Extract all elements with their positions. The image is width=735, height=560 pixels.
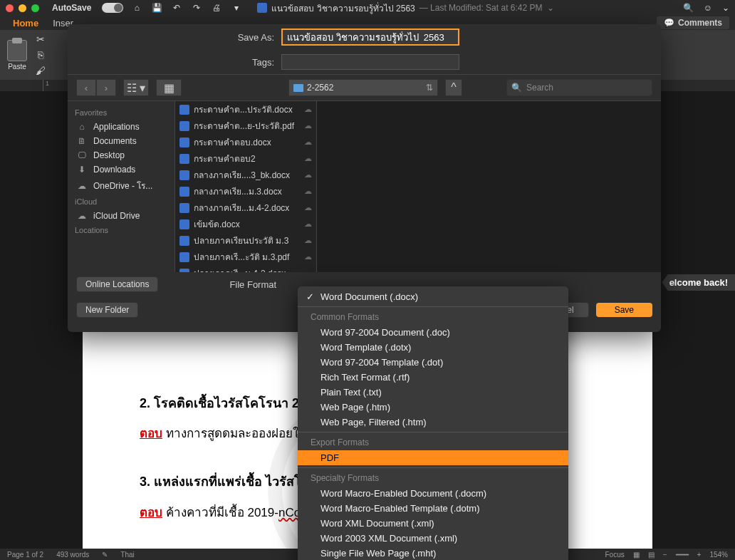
mac-menubar: AutoSave ⌂ 💾 ↶ ↷ 🖨 ▾ แนวข้อสอบ วิชาความร… bbox=[0, 0, 735, 16]
back-button[interactable]: ‹ bbox=[76, 79, 96, 96]
online-locations-button[interactable]: Online Locations bbox=[76, 276, 158, 292]
file-row[interactable]: กระดาษคำต...ประวัติ.docx☁ bbox=[175, 101, 316, 118]
zoom-window[interactable] bbox=[31, 4, 39, 12]
cloud-icon: ☁ bbox=[304, 236, 312, 245]
new-folder-button[interactable]: New Folder bbox=[76, 302, 138, 318]
redo-icon[interactable]: ↷ bbox=[190, 3, 203, 13]
save-button[interactable]: Save bbox=[596, 303, 652, 317]
undo-icon[interactable]: ↶ bbox=[170, 3, 183, 13]
sidebar-documents[interactable]: 🗎Documents bbox=[68, 134, 174, 148]
format-option[interactable]: Word Template (.dotx) bbox=[298, 340, 568, 355]
welcome-back-ribbon[interactable]: elcome back! bbox=[662, 274, 735, 291]
tab-home[interactable]: Home bbox=[6, 18, 46, 28]
chevron-icon[interactable]: ⌄ bbox=[722, 3, 729, 13]
sidebar-downloads[interactable]: ⬇Downloads bbox=[68, 162, 174, 177]
file-row[interactable]: กระดาษคำต...ย-ประวัติ.pdf☁ bbox=[175, 118, 316, 134]
onedrive-icon: ☁ bbox=[76, 181, 88, 191]
file-row[interactable]: กลางภาคเรีย...ม.3.docx☁ bbox=[175, 183, 316, 199]
folder-icon bbox=[293, 84, 303, 92]
format-option[interactable]: Web Page, Filtered (.htm) bbox=[298, 415, 568, 430]
format-option[interactable]: Word 97-2004 Template (.dot) bbox=[298, 355, 568, 370]
export-formats-header: Export Formats bbox=[298, 435, 568, 450]
file-list-column[interactable]: กระดาษคำต...ประวัติ.docx☁กระดาษคำต...ย-ป… bbox=[174, 101, 317, 272]
search-icon[interactable]: 🔍 bbox=[683, 3, 694, 13]
comments-button[interactable]: 💬 Comments bbox=[657, 16, 729, 29]
file-icon bbox=[179, 236, 189, 246]
file-row[interactable]: กลางภาคเรีย....3_bk.docx☁ bbox=[175, 167, 316, 183]
format-painter-icon[interactable]: 🖌 bbox=[34, 64, 47, 77]
file-row[interactable]: ปลายภาคเรี...ะวัติ ม.3.pdf☁ bbox=[175, 249, 316, 265]
zoom-in-icon[interactable]: + bbox=[697, 551, 702, 559]
save-as-filename-input[interactable] bbox=[281, 28, 459, 46]
page-indicator[interactable]: Page 1 of 2 bbox=[7, 551, 43, 559]
word-doc-icon bbox=[257, 3, 267, 13]
spellcheck-icon[interactable]: ✎ bbox=[102, 551, 108, 559]
modified-text: — Last Modified: Sat at 6:42 PM bbox=[419, 3, 543, 13]
file-icon bbox=[179, 252, 189, 262]
customize-icon[interactable]: ▾ bbox=[230, 3, 243, 13]
view-print-icon[interactable]: ▦ bbox=[633, 551, 640, 559]
language-indicator[interactable]: Thai bbox=[120, 551, 134, 559]
format-option[interactable]: Word 97-2004 Document (.doc) bbox=[298, 325, 568, 340]
search-icon: 🔍 bbox=[511, 83, 522, 93]
format-option[interactable]: Web Page (.htm) bbox=[298, 400, 568, 415]
sidebar-onedrive[interactable]: ☁OneDrive - โร... bbox=[68, 177, 174, 195]
view-mode-button[interactable]: ☷ ▾ bbox=[123, 79, 149, 96]
file-row[interactable]: กลางภาคเรีย...ม.4-2.docx☁ bbox=[175, 199, 316, 216]
save-icon[interactable]: 💾 bbox=[150, 3, 163, 13]
group-button[interactable]: ▦ bbox=[156, 79, 182, 96]
paste-button[interactable]: Paste bbox=[7, 40, 27, 71]
word-count[interactable]: 493 words bbox=[56, 551, 89, 559]
focus-mode[interactable]: Focus bbox=[605, 551, 625, 559]
format-option[interactable]: Rich Text Format (.rtf) bbox=[298, 370, 568, 385]
tags-input[interactable] bbox=[281, 54, 459, 70]
sidebar-applications[interactable]: ⌂Applications bbox=[68, 120, 174, 134]
format-option-docx[interactable]: Word Document (.docx) bbox=[298, 289, 568, 304]
minimize-window[interactable] bbox=[19, 4, 26, 12]
file-icon bbox=[179, 121, 189, 131]
zoom-out-icon[interactable]: − bbox=[663, 551, 667, 559]
sidebar-icloud-drive[interactable]: ☁iCloud Drive bbox=[68, 209, 174, 223]
file-row[interactable]: กระดาษคำตอบ2☁ bbox=[175, 150, 316, 167]
file-row[interactable]: ปลายภาคเรียนประวัติ ม.3☁ bbox=[175, 232, 316, 249]
autosave-toggle[interactable] bbox=[102, 3, 123, 13]
format-option-pdf[interactable]: PDF bbox=[298, 450, 568, 465]
format-option[interactable]: Word Macro-Enabled Document (.docm) bbox=[298, 486, 568, 501]
favorites-section: Favorites bbox=[68, 105, 174, 120]
file-icon bbox=[179, 219, 189, 229]
chevron-updown-icon: ⇅ bbox=[426, 83, 433, 93]
file-row[interactable]: ปลายภาคเรี...ม.4-2.docx☁ bbox=[175, 265, 316, 272]
window-controls[interactable] bbox=[6, 4, 39, 12]
format-option[interactable]: Word XML Document (.xml) bbox=[298, 516, 568, 531]
desktop-icon: 🖵 bbox=[76, 150, 88, 160]
format-option[interactable]: Single File Web Page (.mht) bbox=[298, 546, 568, 560]
forward-button[interactable]: › bbox=[96, 79, 116, 96]
cloud-icon: ☁ bbox=[304, 138, 312, 147]
collapse-button[interactable]: ^ bbox=[445, 79, 462, 96]
user-icon[interactable]: ☺ bbox=[704, 3, 712, 13]
comment-icon: 💬 bbox=[664, 18, 674, 28]
finder-search[interactable]: 🔍 Search bbox=[506, 79, 652, 96]
cut-icon[interactable]: ✂ bbox=[34, 33, 47, 46]
copy-icon[interactable]: ⎘ bbox=[34, 48, 47, 61]
file-row[interactable]: กระดาษคำตอบ.docx☁ bbox=[175, 134, 316, 150]
format-option[interactable]: Word 2003 XML Document (.xml) bbox=[298, 531, 568, 546]
view-web-icon[interactable]: ▤ bbox=[648, 551, 655, 559]
clipboard-icon bbox=[7, 40, 27, 61]
file-row[interactable]: เข้มข้ด.docx☁ bbox=[175, 216, 316, 232]
title-chevron-icon[interactable]: ⌄ bbox=[547, 3, 554, 13]
folder-path-selector[interactable]: 2-2562 ⇅ bbox=[288, 79, 438, 96]
zoom-slider[interactable]: ━━━ bbox=[676, 551, 689, 559]
format-option[interactable]: Word Macro-Enabled Template (.dotm) bbox=[298, 501, 568, 516]
file-format-dropdown[interactable]: Word Document (.docx) Common Formats Wor… bbox=[298, 286, 568, 560]
zoom-level[interactable]: 154% bbox=[709, 551, 728, 559]
document-title-area: แนวข้อสอบ วิชาความรอบรู้ทั่วไป 2563 — La… bbox=[257, 1, 553, 15]
sidebar-desktop[interactable]: 🖵Desktop bbox=[68, 148, 174, 162]
format-option[interactable]: Plain Text (.txt) bbox=[298, 385, 568, 400]
finder-sidebar: Favorites ⌂Applications 🗎Documents 🖵Desk… bbox=[68, 101, 174, 272]
specialty-formats-header: Specialty Formats bbox=[298, 470, 568, 486]
close-window[interactable] bbox=[6, 4, 14, 12]
home-icon[interactable]: ⌂ bbox=[130, 3, 143, 13]
print-icon[interactable]: 🖨 bbox=[210, 3, 223, 13]
cloud-icon: ☁ bbox=[304, 203, 312, 212]
